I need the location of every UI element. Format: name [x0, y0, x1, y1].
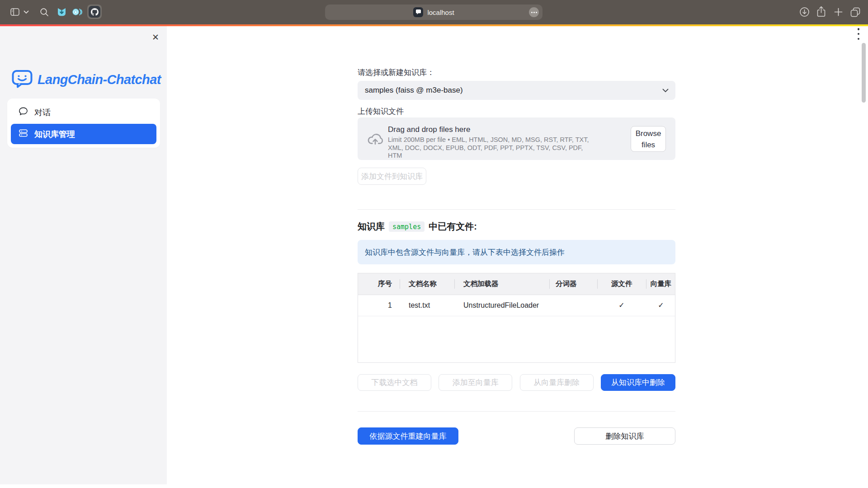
info-banner: 知识库中包含源文件与向量库，请从下表中选择文件后操作 — [358, 240, 675, 264]
app-logo: LangChain-Chatchat — [12, 70, 161, 90]
add-to-vector-store-button[interactable]: 添加至向量库 — [439, 374, 512, 391]
col-header-index[interactable]: 序号 — [358, 273, 400, 295]
download-selected-button[interactable]: 下载选中文档 — [358, 374, 431, 391]
kb-files-heading: 知识库 samples 中已有文件: — [358, 221, 477, 233]
sidebar-toggle-icon[interactable] — [10, 8, 19, 16]
col-header-name[interactable]: 文档名称 — [400, 273, 454, 295]
sidebar-item-label: 知识库管理 — [34, 129, 75, 140]
sidebar-close-icon[interactable]: ✕ — [149, 31, 162, 43]
main-content: 请选择或新建知识库： samples (faiss @ m3e-base) 上传… — [358, 0, 675, 488]
rebuild-vector-store-button[interactable]: 依据源文件重建向量库 — [358, 427, 458, 445]
cloud-upload-icon — [367, 131, 383, 148]
kb-select-value: samples (faiss @ m3e-base) — [358, 86, 662, 95]
extension-record-icon[interactable] — [72, 7, 82, 17]
sidebar-item-label: 对话 — [34, 107, 51, 118]
extension-arrow-icon[interactable] — [57, 7, 66, 17]
col-header-vector[interactable]: 向量库 — [646, 273, 675, 295]
select-chevron-down-icon — [662, 86, 669, 94]
cell-loader[interactable]: UnstructuredFileLoader — [454, 295, 549, 316]
delete-from-vector-store-button[interactable]: 从向量库删除 — [520, 374, 594, 391]
row-action-buttons: 下载选中文档 添加至向量库 从向量库删除 从知识库中删除 — [358, 374, 675, 391]
kb-select[interactable]: samples (faiss @ m3e-base) — [358, 81, 675, 100]
downloads-icon[interactable] — [799, 7, 810, 17]
kb-select-label: 请选择或新建知识库： — [358, 67, 434, 78]
table-header-row: 序号 文档名称 文档加载器 分词器 源文件 向量库 — [358, 273, 675, 295]
sidebar: ✕ LangChain-Chatchat 对话 — [0, 26, 167, 484]
knowledge-base-icon — [19, 128, 28, 140]
app-menu-icon[interactable] — [856, 28, 861, 40]
dropzone-text: Drag and drop files here Limit 200MB per… — [388, 124, 592, 160]
browse-files-button[interactable]: Browse files — [631, 126, 666, 152]
heading-prefix: 知识库 — [358, 221, 385, 233]
cell-vector-check[interactable]: ✓ — [646, 295, 675, 316]
scrollbar-thumb[interactable] — [862, 43, 866, 103]
tabs-overview-icon[interactable] — [850, 7, 860, 17]
add-files-to-kb-button[interactable]: 添加文件到知识库 — [358, 168, 426, 185]
dropzone-title: Drag and drop files here — [388, 124, 592, 135]
col-header-loader[interactable]: 文档加载器 — [454, 273, 549, 295]
cell-source-check[interactable]: ✓ — [597, 295, 646, 316]
cell-index[interactable]: 1 — [358, 295, 400, 316]
kb-name-code: samples — [389, 221, 425, 232]
heading-suffix: 中已有文件: — [429, 221, 477, 233]
delete-kb-button[interactable]: 删除知识库 — [574, 427, 675, 445]
cell-name[interactable]: test.txt — [400, 295, 454, 316]
sidebar-menu: 对话 知识库管理 — [7, 99, 160, 148]
dropzone-limit: Limit 200MB per file • EML, HTML, JSON, … — [388, 136, 592, 160]
chat-bubble-icon — [19, 107, 28, 118]
divider — [358, 209, 675, 210]
new-tab-icon[interactable] — [834, 8, 843, 16]
upload-label: 上传知识文件 — [358, 106, 404, 117]
table-row[interactable]: 1 test.txt UnstructuredFileLoader ✓ ✓ — [358, 295, 675, 316]
divider — [358, 411, 675, 412]
chevron-down-icon[interactable] — [24, 10, 29, 14]
github-extension-highlight[interactable] — [87, 5, 102, 19]
col-header-splitter[interactable]: 分词器 — [549, 273, 597, 295]
share-icon[interactable] — [816, 6, 826, 18]
github-icon — [89, 6, 100, 18]
file-dropzone[interactable]: Drag and drop files here Limit 200MB per… — [358, 117, 675, 160]
cell-splitter[interactable] — [549, 295, 597, 316]
sidebar-item-kb-management[interactable]: 知识库管理 — [11, 124, 156, 144]
col-header-source[interactable]: 源文件 — [597, 273, 646, 295]
search-icon[interactable] — [40, 8, 49, 17]
logo-chat-bubble-icon — [12, 70, 33, 90]
delete-from-kb-button[interactable]: 从知识库中删除 — [601, 374, 675, 391]
kb-files-table: 序号 文档名称 文档加载器 分词器 源文件 向量库 1 test.txt Uns… — [358, 273, 675, 363]
sidebar-item-dialogue[interactable]: 对话 — [11, 102, 156, 122]
logo-text: LangChain-Chatchat — [38, 72, 161, 87]
